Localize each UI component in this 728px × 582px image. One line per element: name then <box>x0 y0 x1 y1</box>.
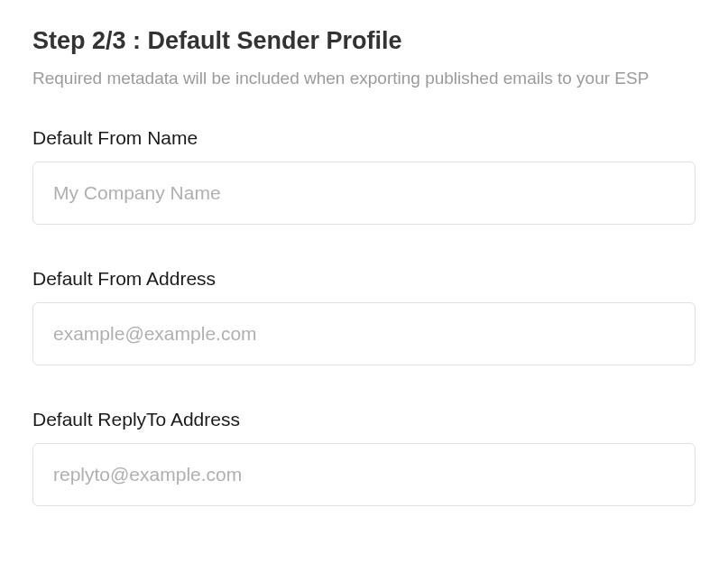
from-name-group: Default From Name <box>32 127 696 225</box>
from-name-input[interactable] <box>32 162 696 225</box>
from-name-label: Default From Name <box>32 127 696 149</box>
step-title: Step 2/3 : Default Sender Profile <box>32 25 696 57</box>
replyto-address-input[interactable] <box>32 443 696 506</box>
from-address-input[interactable] <box>32 302 696 365</box>
replyto-address-label: Default ReplyTo Address <box>32 409 696 430</box>
from-address-label: Default From Address <box>32 268 696 290</box>
from-address-group: Default From Address <box>32 268 696 365</box>
step-description: Required metadata will be included when … <box>32 66 696 91</box>
replyto-address-group: Default ReplyTo Address <box>32 409 696 506</box>
